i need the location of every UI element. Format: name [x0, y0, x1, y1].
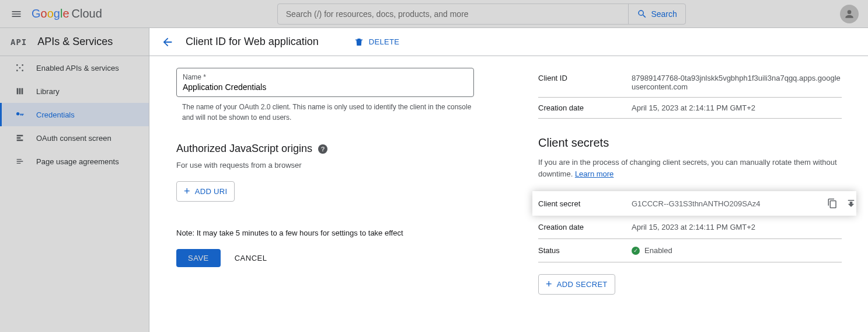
svg-point-5: [19, 67, 21, 69]
name-input[interactable]: [183, 82, 468, 92]
origins-subtext: For use with requests from a browser: [176, 161, 503, 170]
secret-status-label: Status: [538, 246, 632, 255]
add-secret-button[interactable]: + ADD SECRET: [538, 274, 615, 295]
add-secret-label: ADD SECRET: [557, 280, 608, 289]
svg-point-1: [16, 64, 18, 66]
search-button-label: Search: [651, 9, 677, 19]
plus-icon: +: [546, 278, 552, 290]
menu-icon[interactable]: [9, 7, 23, 21]
client-id-label: Client ID: [538, 74, 632, 91]
creation-date-label: Creation date: [538, 103, 632, 112]
sidebar-item-label: Enabled APIs & services: [36, 64, 119, 72]
sidebar-title: API APIs & Services: [0, 28, 149, 56]
page-title: Client ID for Web application: [186, 36, 319, 48]
secret-creation-label: Creation date: [538, 223, 632, 231]
secret-creation-row: Creation date April 15, 2023 at 2:14:11 …: [538, 216, 842, 239]
sidebar-item-label: OAuth consent screen: [36, 134, 111, 143]
add-uri-button[interactable]: + ADD URI: [176, 181, 235, 202]
plus-icon: +: [184, 185, 190, 198]
api-icon: API: [11, 37, 27, 47]
sidebar-item-oauth-consent[interactable]: OAuth consent screen: [0, 126, 149, 150]
sidebar-item-label: Credentials: [36, 110, 75, 119]
sidebar-item-credentials[interactable]: Credentials: [0, 103, 149, 126]
copy-secret-icon[interactable]: [827, 198, 838, 209]
learn-more-link[interactable]: Learn more: [575, 170, 613, 178]
sidebar-item-page-usage[interactable]: Page usage agreements: [0, 150, 149, 173]
client-id-value: 87989147768-0ta93jnlskk5vgbhph1f3uili3na…: [632, 74, 842, 91]
back-button[interactable]: [161, 36, 174, 49]
delete-icon: [354, 37, 364, 47]
search-icon: [637, 9, 647, 19]
cancel-button[interactable]: CANCEL: [235, 254, 267, 262]
origins-heading-text: Authorized JavaScript origins: [176, 143, 312, 155]
secret-status-value: Enabled: [644, 246, 672, 255]
origins-heading: Authorized JavaScript origins ?: [176, 143, 503, 155]
client-secret-value: G1CCCR--G31S3thnANTHO209SAz4: [632, 199, 827, 208]
enabled-apis-icon: [14, 63, 26, 72]
name-field-label: Name *: [183, 73, 468, 81]
settings-note: Note: It may take 5 minutes to a few hou…: [176, 229, 503, 237]
search-button[interactable]: Search: [628, 4, 685, 24]
sidebar-item-library[interactable]: Library: [0, 79, 149, 103]
credentials-icon: [14, 110, 26, 119]
google-cloud-logo[interactable]: Google Cloud: [32, 7, 102, 20]
svg-point-2: [22, 64, 23, 66]
download-secret-icon[interactable]: [846, 198, 856, 209]
svg-point-0: [848, 10, 852, 14]
search-bar: Search: [277, 4, 686, 25]
check-icon: ✓: [632, 247, 640, 255]
consent-icon: [14, 133, 26, 143]
client-secrets-subtext: If you are in the process of changing cl…: [538, 157, 842, 179]
add-uri-label: ADD URI: [195, 187, 228, 196]
svg-point-3: [16, 70, 18, 71]
creation-date-row: Creation date April 15, 2023 at 2:14:11 …: [538, 98, 842, 119]
save-button[interactable]: SAVE: [176, 249, 221, 267]
secret-status-row: Status ✓ Enabled: [538, 239, 842, 262]
logo-cloud-text: Cloud: [72, 7, 102, 20]
avatar[interactable]: [840, 5, 859, 23]
library-icon: [14, 87, 26, 96]
search-input[interactable]: [278, 9, 629, 19]
page-usage-icon: [14, 157, 26, 166]
client-id-row: Client ID 87989147768-0ta93jnlskk5vgbhph…: [538, 68, 842, 98]
delete-button-label: DELETE: [369, 37, 399, 46]
sidebar-title-text: APIs & Services: [37, 36, 113, 48]
creation-date-value: April 15, 2023 at 2:14:11 PM GMT+2: [632, 103, 842, 112]
delete-button[interactable]: DELETE: [354, 37, 399, 47]
client-secrets-heading: Client secrets: [538, 136, 842, 150]
secret-creation-value: April 15, 2023 at 2:14:11 PM GMT+2: [632, 223, 842, 231]
sidebar-item-label: Page usage agreements: [36, 157, 119, 166]
client-secret-label: Client secret: [538, 199, 632, 208]
sidebar-item-enabled-apis[interactable]: Enabled APIs & services: [0, 56, 149, 79]
client-secret-row: Client secret G1CCCR--G31S3thnANTHO209SA…: [532, 191, 856, 216]
svg-point-4: [22, 70, 23, 71]
help-icon[interactable]: ?: [318, 144, 327, 154]
sidebar-item-label: Library: [36, 87, 60, 96]
name-help-text: The name of your OAuth 2.0 client. This …: [182, 102, 474, 123]
name-field[interactable]: Name *: [176, 68, 474, 97]
